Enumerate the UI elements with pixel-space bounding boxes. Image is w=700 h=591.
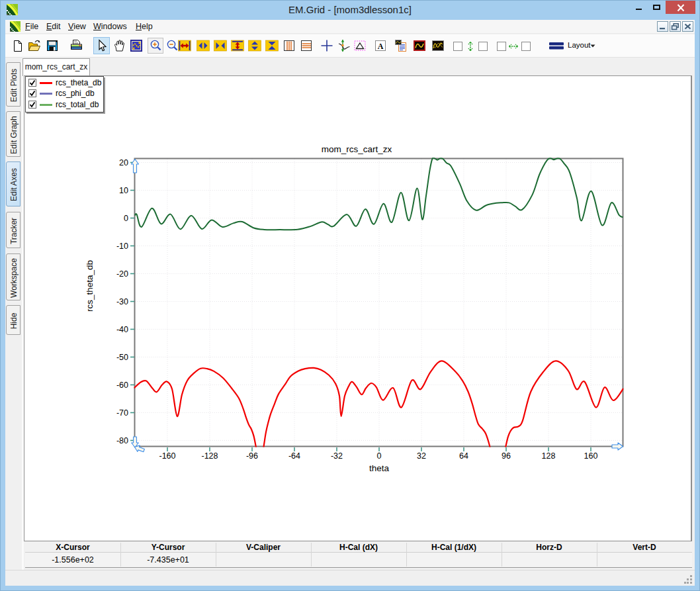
svg-text:-30: -30 <box>116 297 128 306</box>
svg-text:-20: -20 <box>116 269 128 279</box>
svg-text:-60: -60 <box>116 381 128 390</box>
svg-text:rcs_theta_db: rcs_theta_db <box>85 260 95 312</box>
svg-text:-160: -160 <box>159 451 175 461</box>
svg-text:-32: -32 <box>331 451 343 461</box>
svg-text:-64: -64 <box>288 451 300 461</box>
svg-text:32: 32 <box>417 451 426 461</box>
svg-text:128: 128 <box>542 451 556 461</box>
svg-text:-70: -70 <box>116 408 128 418</box>
svg-text:-128: -128 <box>201 451 218 461</box>
svg-text:64: 64 <box>459 451 468 461</box>
svg-text:mom_rcs_cart_zx: mom_rcs_cart_zx <box>322 144 392 154</box>
svg-text:-96: -96 <box>246 451 258 461</box>
svg-text:160: 160 <box>584 451 598 461</box>
svg-text:theta: theta <box>369 463 390 473</box>
svg-text:-10: -10 <box>116 242 128 251</box>
svg-text:10: 10 <box>119 186 128 195</box>
svg-text:20: 20 <box>119 158 128 167</box>
svg-text:A: A <box>378 42 384 51</box>
svg-text:0: 0 <box>377 451 382 461</box>
svg-text:-50: -50 <box>116 353 128 362</box>
svg-text:0: 0 <box>124 214 128 223</box>
svg-text:96: 96 <box>502 451 511 461</box>
svg-text:-40: -40 <box>116 325 128 334</box>
svg-text:-80: -80 <box>116 436 128 445</box>
